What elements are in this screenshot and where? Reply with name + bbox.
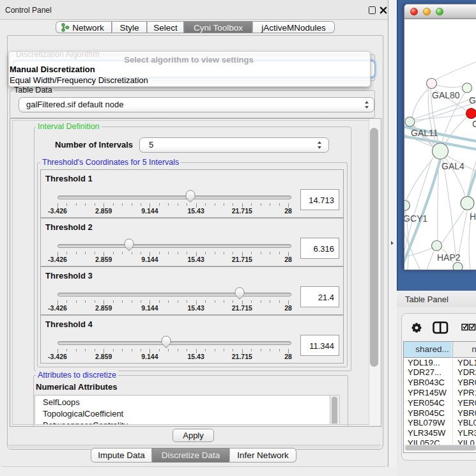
svg-text:GA: GA: [469, 95, 476, 105]
svg-text:GCY1: GCY1: [404, 213, 427, 224]
svg-text:GAL11: GAL11: [411, 128, 438, 138]
svg-text:GAL80: GAL80: [432, 90, 460, 100]
svg-text:HAP2: HAP2: [437, 252, 461, 263]
svg-text:G: G: [472, 119, 476, 129]
svg-text:H: H: [470, 211, 476, 222]
svg-text:GAL4: GAL4: [441, 161, 464, 171]
